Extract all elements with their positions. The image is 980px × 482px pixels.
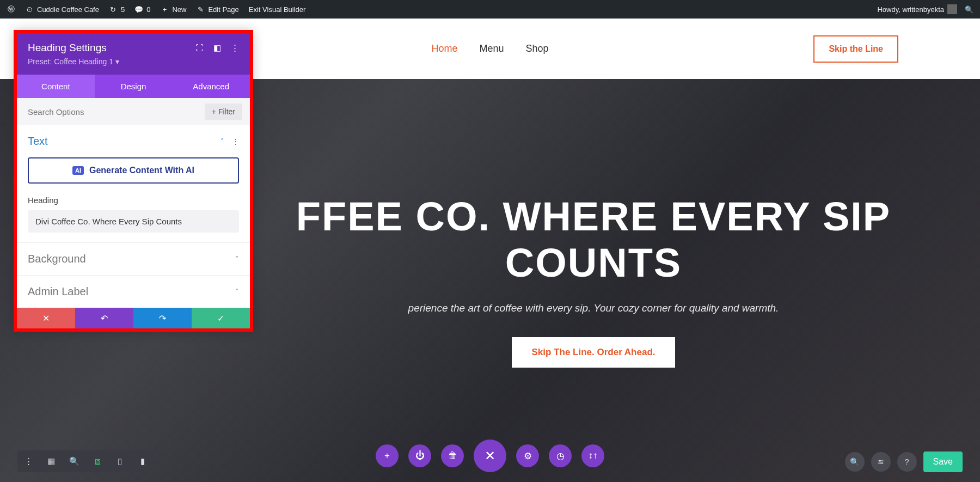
redo-button[interactable]: ↷	[133, 308, 192, 328]
save-page-button[interactable]: Save	[923, 452, 963, 472]
tab-advanced[interactable]: Advanced	[172, 75, 250, 98]
avatar	[947, 4, 957, 14]
search-toggle[interactable]: 🔍	[965, 5, 973, 14]
close-builder-button[interactable]: ✕	[474, 440, 506, 472]
wp-logo[interactable]: ⓦ	[7, 5, 15, 14]
snap-icon[interactable]: ◧	[213, 43, 221, 53]
tab-design[interactable]: Design	[95, 75, 173, 98]
tablet-icon[interactable]: ▯	[113, 455, 126, 468]
filter-button[interactable]: +Filter	[205, 103, 242, 120]
phone-icon[interactable]: ▮	[136, 455, 149, 468]
preset-dropdown[interactable]: Preset: Coffee Heading 1 ▾	[28, 57, 239, 66]
heading-input[interactable]	[28, 210, 239, 233]
panel-title: Heading Settings	[28, 42, 107, 54]
search-options-input[interactable]	[24, 104, 199, 120]
zoom-icon[interactable]: 🔍	[68, 455, 81, 468]
section-text-toggle[interactable]: Text ˄ ⋮	[28, 135, 239, 148]
refresh-icon: ↻	[109, 5, 118, 14]
builder-toolbar-right: 🔍 ≋ ? Save	[845, 452, 963, 472]
more-icon[interactable]: ⋮	[232, 137, 239, 145]
new-link[interactable]: +New	[160, 5, 186, 14]
builder-toolbar-left: ⋮ ▦ 🔍 🖥 ▯ ▮	[17, 450, 154, 472]
trash-button[interactable]: 🗑	[441, 444, 464, 467]
power-button[interactable]: ⏻	[408, 444, 431, 467]
skip-line-button[interactable]: Skip the Line	[813, 35, 898, 63]
chevron-up-icon: ˄	[220, 137, 224, 145]
hero-title: FFEE CO. WHERE EVERY SIP COUNTS	[294, 193, 893, 286]
heading-field-label: Heading	[28, 196, 239, 205]
comments-link[interactable]: 💬0	[134, 5, 150, 14]
pencil-icon: ✎	[196, 5, 205, 14]
nav-home[interactable]: Home	[431, 43, 457, 54]
edit-page-link[interactable]: ✎Edit Page	[196, 5, 238, 14]
ai-badge: AI	[72, 166, 84, 175]
section-background-toggle[interactable]: Background ˅	[28, 253, 239, 265]
undo-button[interactable]: ↶	[75, 308, 133, 328]
settings-button[interactable]: ⚙	[516, 444, 539, 467]
plus-icon: +	[160, 5, 169, 14]
nav-shop[interactable]: Shop	[526, 43, 549, 54]
section-admin-label-toggle[interactable]: Admin Label ˅	[28, 285, 239, 298]
site-name: Cuddle Coffee Cafe	[37, 5, 99, 14]
more-icon[interactable]: ⋮	[231, 43, 239, 53]
hero-subtitle: perience the art of coffee with every si…	[408, 302, 779, 314]
section-text-title: Text	[28, 135, 48, 148]
chevron-down-icon: ˅	[235, 255, 239, 263]
heading-settings-panel: Heading Settings ⛶ ◧ ⋮ Preset: Coffee He…	[14, 30, 253, 332]
exit-builder-link[interactable]: Exit Visual Builder	[249, 5, 306, 14]
comment-icon: 💬	[134, 5, 143, 14]
history-button[interactable]: ◷	[549, 444, 572, 467]
apply-button[interactable]: ✓	[192, 308, 250, 328]
nav-menu[interactable]: Menu	[479, 43, 504, 54]
updates-link[interactable]: ↻5	[109, 5, 125, 14]
wireframe-icon[interactable]: ▦	[45, 455, 58, 468]
search-icon: 🔍	[965, 5, 973, 14]
builder-toolbar-center: + ⏻ 🗑 ✕ ⚙ ◷ ↕↑	[376, 440, 604, 472]
chevron-down-icon: ˅	[235, 288, 239, 296]
find-button[interactable]: 🔍	[845, 452, 865, 472]
add-button[interactable]: +	[376, 444, 399, 467]
expand-icon[interactable]: ⛶	[195, 43, 204, 53]
tab-content[interactable]: Content	[17, 75, 95, 98]
hero-cta-button[interactable]: Skip The Line. Order Ahead.	[512, 337, 675, 368]
cancel-button[interactable]: ✕	[17, 308, 75, 328]
plus-icon: +	[212, 107, 216, 116]
wp-admin-bar: ⓦ ⏲Cuddle Coffee Cafe ↻5 💬0 +New ✎Edit P…	[0, 0, 980, 19]
help-button[interactable]: ?	[897, 452, 917, 472]
generate-ai-button[interactable]: AI Generate Content With AI	[28, 157, 239, 184]
dashboard-icon: ⏲	[25, 5, 34, 14]
site-name-link[interactable]: ⏲Cuddle Coffee Cafe	[25, 5, 99, 14]
sliders-button[interactable]: ↕↑	[581, 444, 604, 467]
desktop-icon[interactable]: 🖥	[90, 455, 103, 468]
howdy-link[interactable]: Howdy, writtenbyekta	[877, 4, 957, 14]
more-icon[interactable]: ⋮	[22, 455, 35, 468]
layers-button[interactable]: ≋	[871, 452, 891, 472]
